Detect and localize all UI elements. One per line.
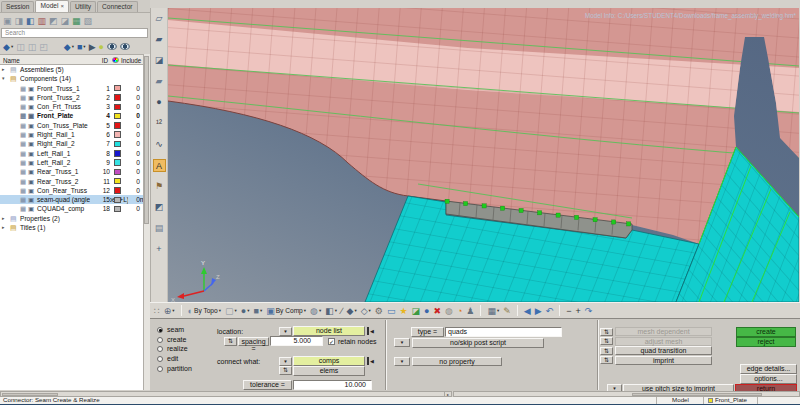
search-input[interactable]: Search: [1, 28, 148, 38]
imprint-button[interactable]: imprint: [615, 356, 712, 365]
expand-icon[interactable]: ▸: [2, 223, 5, 232]
tab-session[interactable]: Session: [1, 1, 34, 12]
entity-diamond-icon[interactable]: ◆▾: [64, 41, 74, 53]
create-button[interactable]: create: [736, 327, 796, 337]
component-color-swatch[interactable]: [114, 131, 121, 138]
config-icon[interactable]: ▧: [84, 15, 93, 27]
chevron-down-icon[interactable]: ▾: [497, 308, 499, 313]
create-entity-icon[interactable]: ◆▾: [3, 41, 13, 53]
options-button[interactable]: options...: [740, 374, 797, 384]
chevron-down-icon[interactable]: ▾: [72, 44, 74, 49]
tree-row-con-truss-plate[interactable]: ▦▣Con_Truss_Plate50: [0, 121, 143, 130]
expand-icon[interactable]: ▸: [2, 214, 5, 223]
component-color-swatch[interactable]: [114, 122, 121, 129]
note-icon[interactable]: ▤: [153, 222, 166, 235]
diamond-a-icon[interactable]: ◆▾: [346, 305, 356, 317]
property-button[interactable]: no property: [412, 357, 502, 367]
chevron-down-icon[interactable]: ▾: [319, 308, 321, 313]
delete-red-icon[interactable]: ✖: [433, 305, 441, 317]
component-color-swatch[interactable]: [114, 178, 121, 185]
tab-model[interactable]: Model×: [35, 0, 68, 12]
component-color-swatch[interactable]: [114, 169, 121, 176]
type-input[interactable]: quads: [445, 327, 562, 337]
tree-row-components[interactable]: ▾▤Components (14): [0, 74, 143, 83]
quad-transition-toggle[interactable]: ⇅: [600, 347, 613, 355]
panel-hscrollbar[interactable]: [453, 391, 800, 397]
mask-green-icon[interactable]: ◪: [412, 305, 421, 317]
diamond-b-icon[interactable]: ◇▾: [361, 305, 371, 317]
chevron-down-icon[interactable]: ▾: [219, 308, 221, 313]
organize-b-icon[interactable]: ◫: [28, 41, 37, 53]
reject-button[interactable]: reject: [736, 337, 796, 347]
entity-plane-2-icon[interactable]: ▰: [153, 33, 166, 46]
by-comp-icon[interactable]: ▣By Comp▾: [266, 305, 306, 317]
tree-row-front-truss-1[interactable]: ▦▣Front_Truss_110: [0, 84, 143, 93]
edit-pencil-icon[interactable]: ✎: [503, 305, 511, 317]
curve-icon[interactable]: ∿: [153, 138, 166, 151]
tree-row-front-plate[interactable]: ▦▣Front_Plate40: [0, 111, 143, 120]
component-color-swatch[interactable]: [114, 197, 121, 204]
view-controls-icon[interactable]: ⊕▾: [164, 305, 175, 317]
card-edit-icon[interactable]: ◪: [61, 15, 70, 27]
flag-icon[interactable]: ⚑: [153, 180, 166, 193]
expand-icon[interactable]: ▸: [2, 65, 5, 74]
tree-row-right-rail-1[interactable]: ▦▣Right_Rail_160: [0, 130, 143, 139]
scroll-right-icon[interactable]: ▸: [444, 392, 451, 397]
chevron-down-icon[interactable]: ▾: [172, 308, 174, 313]
open-session-icon[interactable]: ▣: [3, 15, 12, 27]
chevron-down-icon[interactable]: ▾: [354, 308, 356, 313]
reset-icon[interactable]: ◀: [367, 327, 374, 335]
graphics-viewport[interactable]: Y Z X Model Info: C:/Users/STUDENT4/Down…: [168, 8, 799, 302]
export-icon[interactable]: ◧: [26, 15, 35, 27]
tree-scrollbar-thumb[interactable]: [144, 56, 149, 224]
expand-icon[interactable]: ▾: [2, 74, 5, 83]
monitor-icon[interactable]: ▭: [387, 305, 396, 317]
type-button[interactable]: type =: [411, 327, 444, 337]
chevron-down-icon[interactable]: ▾: [234, 308, 236, 313]
elems-button[interactable]: elems: [293, 366, 365, 376]
highlight-icon[interactable]: ●: [99, 41, 104, 53]
spacing-button[interactable]: spacing =: [238, 337, 269, 346]
model-browser-tree[interactable]: ▸▤Assemblies (5)▾▤Components (14)▦▣Front…: [0, 65, 143, 390]
wireframe-sphere-icon[interactable]: ◍▾: [310, 305, 321, 317]
zoom-in-icon[interactable]: +: [575, 305, 580, 317]
tolerance-input[interactable]: 10.000: [293, 380, 372, 390]
elems-toggle[interactable]: ⇅: [279, 366, 292, 375]
tree-row-left-rail-1[interactable]: ▦▣Left_Rail_180: [0, 149, 143, 158]
retain-nodes-checkbox[interactable]: ✓: [328, 338, 335, 345]
color-mode-icon[interactable]: ▦: [72, 15, 81, 27]
component-color-swatch[interactable]: [114, 150, 121, 157]
current-component-swatch[interactable]: [708, 398, 713, 403]
imprint-toggle[interactable]: ⇅: [600, 356, 613, 364]
star-icon[interactable]: ★: [399, 305, 407, 317]
visual-options-icon[interactable]: ▢▾: [225, 305, 237, 317]
shaded-cube-icon[interactable]: ◧▾: [325, 305, 337, 317]
property-switch[interactable]: ▼: [394, 357, 410, 366]
component-color-swatch[interactable]: [114, 187, 121, 194]
tree-row-rear-truss-2[interactable]: ▦▣Rear_Truss_2110: [0, 177, 143, 186]
radio-partition[interactable]: [157, 366, 163, 372]
chevron-down-icon[interactable]: ▾: [304, 308, 306, 313]
component-color-swatch[interactable]: [114, 94, 121, 101]
next-view-icon[interactable]: ▶: [535, 305, 542, 317]
component-color-swatch[interactable]: [114, 159, 121, 166]
chevron-down-icon[interactable]: ▾: [247, 308, 249, 313]
post-script-button[interactable]: no/skip post script: [412, 338, 544, 348]
node-list-selector[interactable]: node list: [293, 326, 365, 336]
element-cube-icon[interactable]: ■▾: [253, 305, 262, 317]
entity-plane-3-icon[interactable]: ◪: [153, 54, 166, 67]
component-color-swatch[interactable]: [114, 206, 121, 213]
tree-row-con-rear-truss[interactable]: ▦▣Con_Rear_Truss120: [0, 186, 143, 195]
graphics-area[interactable]: Y Z X Model Info: C:/Users/STUDENT4/Down…: [168, 8, 799, 302]
tree-row-titles[interactable]: ▸▤Titles (1): [0, 223, 143, 232]
component-color-swatch[interactable]: [114, 141, 121, 148]
chevron-down-icon[interactable]: ▾: [11, 44, 13, 49]
spacing-toggle[interactable]: ⇅: [224, 337, 237, 346]
tree-row-assemblies[interactable]: ▸▤Assemblies (5): [0, 65, 143, 74]
radio-create[interactable]: [157, 337, 163, 343]
spacing-input[interactable]: 5.000: [270, 336, 323, 346]
tree-row-cquad4-comp[interactable]: ▦▣CQUAD4_comp180: [0, 204, 143, 213]
isolate-eye-icon[interactable]: [120, 43, 130, 50]
chevron-down-icon[interactable]: ▾: [83, 44, 85, 49]
entity-plane-1-icon[interactable]: ▱: [153, 12, 166, 25]
